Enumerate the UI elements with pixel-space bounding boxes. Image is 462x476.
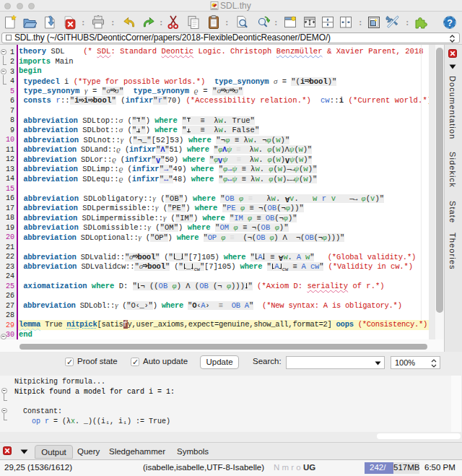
svg-text:?: ? [447, 18, 453, 28]
